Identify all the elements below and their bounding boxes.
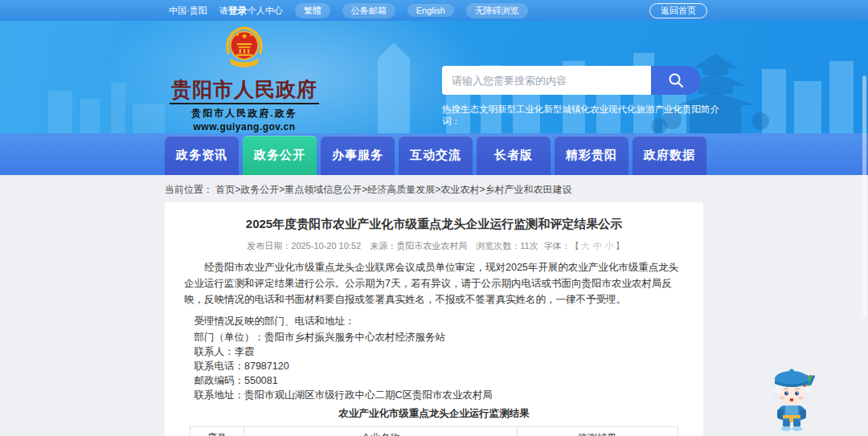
font-size-large-button[interactable]: 大 <box>581 241 590 251</box>
cityscape-illustration <box>0 33 868 133</box>
nav-item-disclosure[interactable]: 政务公开 <box>243 136 317 175</box>
contact-section-label: 受理情况反映的部门、电话和地址： <box>184 315 684 328</box>
breadcrumb-label: 当前位置： <box>165 184 213 195</box>
login-link[interactable]: 请登录个人中心 <box>219 4 283 18</box>
traditional-chinese-toggle[interactable]: 繁體 <box>295 3 330 18</box>
national-emblem-icon: ★ ★ ★ <box>221 25 268 75</box>
site-url: www.guiyang.gov.cn <box>167 121 321 132</box>
nav-item-highlights[interactable]: 精彩贵阳 <box>555 136 628 175</box>
nav-item-services[interactable]: 办事服务 <box>321 136 395 175</box>
site-banner: ★ ★ ★ 贵阳市人民政府 贵阳市人民政府.政务 www.guiyang.gov… <box>0 21 868 133</box>
hot-word-urbanization[interactable]: 新型城镇化 <box>544 104 591 128</box>
header-company: 企业名称 <box>244 427 517 436</box>
site-link-china-guiyang[interactable]: 中国·贵阳 <box>169 5 207 17</box>
article-source: 来源：贵阳市农业农村局 <box>370 241 467 251</box>
english-link[interactable]: English <box>407 4 454 17</box>
article-title: 2025年度贵阳市农业产业化市级重点龙头企业运行监测和评定结果公示 <box>184 217 684 232</box>
government-logo[interactable]: ★ ★ ★ 贵阳市人民政府 贵阳市人民政府.政务 www.guiyang.gov… <box>167 25 321 132</box>
nav-item-data[interactable]: 政府数据 <box>633 136 706 175</box>
results-table: 序号 企业名称 监测结果 1 贵州合力超市采购有限公司 合格 2 贵州友禾种业有… <box>190 426 678 436</box>
nav-item-interaction[interactable]: 互动交流 <box>399 136 473 175</box>
header-index: 序号 <box>190 427 244 436</box>
contact-department: 部门（单位）：贵阳市乡村振兴服务中心农村经济服务站 <box>184 331 684 344</box>
contact-address: 联系地址：贵阳市观山湖区市级行政中心二期C区贵阳市农业农村局 <box>184 389 684 402</box>
official-mail-link[interactable]: 公务邮箱 <box>342 3 395 18</box>
hot-word-eco[interactable]: 生态文明 <box>461 104 497 128</box>
nav-item-senior[interactable]: 长者版 <box>477 136 551 175</box>
font-size-label: 字体： <box>544 241 571 251</box>
view-count: 浏览次数：11次 <box>476 241 538 251</box>
search-button[interactable] <box>651 66 701 95</box>
contact-phone: 联系电话：87987120 <box>184 360 684 373</box>
article-paragraph: 经贵阳市农业产业化市级重点龙头企业联席会议成员单位审定，现对2025年开展的农业… <box>184 259 684 308</box>
font-size-medium-button[interactable]: 中 <box>593 241 602 251</box>
article-meta: 发布日期：2025-10-20 10:52 来源：贵阳市农业农村局 浏览次数：1… <box>184 240 684 252</box>
contact-postcode: 邮政编码：550081 <box>184 374 684 388</box>
svg-text:★: ★ <box>241 32 248 40</box>
site-subtitle: 贵阳市人民政府.政务 <box>167 107 321 120</box>
hot-search-row: 热搜词： 生态文明 新型工业化 新型城镇化 农业现代化 旅游产业化 贵阳简介 <box>442 104 701 128</box>
table-header-row: 序号 企业名称 监测结果 <box>190 427 678 436</box>
search-area: 热搜词： 生态文明 新型工业化 新型城镇化 农业现代化 旅游产业化 贵阳简介 <box>442 66 701 128</box>
breadcrumb: 当前位置： 首页>政务公开>重点领域信息公开>经济高质量发展>农业农村>乡村产业… <box>165 175 868 202</box>
article-card: 2025年度贵阳市农业产业化市级重点龙头企业运行监测和评定结果公示 发布日期：2… <box>165 202 703 436</box>
nav-item-news[interactable]: 政务资讯 <box>165 136 239 175</box>
header-result: 监测结果 <box>517 427 678 436</box>
hot-search-label: 热搜词： <box>442 104 461 128</box>
results-table-title: 农业产业化市级重点龙头企业运行监测结果 <box>184 407 684 421</box>
back-home-button[interactable]: 返回首页 <box>649 3 707 18</box>
hot-word-intro[interactable]: 贵阳简介 <box>682 104 719 128</box>
publish-date: 发布日期：2025-10-20 10:52 <box>247 241 361 251</box>
scrollbar-thumb[interactable] <box>862 75 866 316</box>
site-title: 贵阳市人民政府 <box>167 78 321 101</box>
contact-person: 联系人：李霞 <box>184 345 684 359</box>
main-nav: 政务资讯 政务公开 办事服务 互动交流 长者版 精彩贵阳 政府数据 <box>0 133 868 175</box>
mascot-assistant[interactable] <box>765 366 818 432</box>
hot-word-agriculture[interactable]: 农业现代化 <box>590 104 637 128</box>
hot-word-industry[interactable]: 新型工业化 <box>497 104 544 128</box>
hot-word-tourism[interactable]: 旅游产业化 <box>637 104 683 128</box>
accessibility-link[interactable]: 无障碍浏览 <box>466 3 528 18</box>
svg-text:★: ★ <box>249 33 252 37</box>
svg-text:★: ★ <box>236 33 240 37</box>
breadcrumb-path[interactable]: 首页>政务公开>重点领域信息公开>经济高质量发展>农业农村>乡村产业和农田建设 <box>215 184 571 195</box>
search-input[interactable] <box>442 66 651 95</box>
font-size-small-button[interactable]: 小 <box>605 241 614 251</box>
search-icon <box>667 71 685 89</box>
top-utility-bar: 中国·贵阳 请登录个人中心 繁體 公务邮箱 English 无障碍浏览 返回首页 <box>0 0 868 21</box>
logo-divider <box>170 103 319 104</box>
